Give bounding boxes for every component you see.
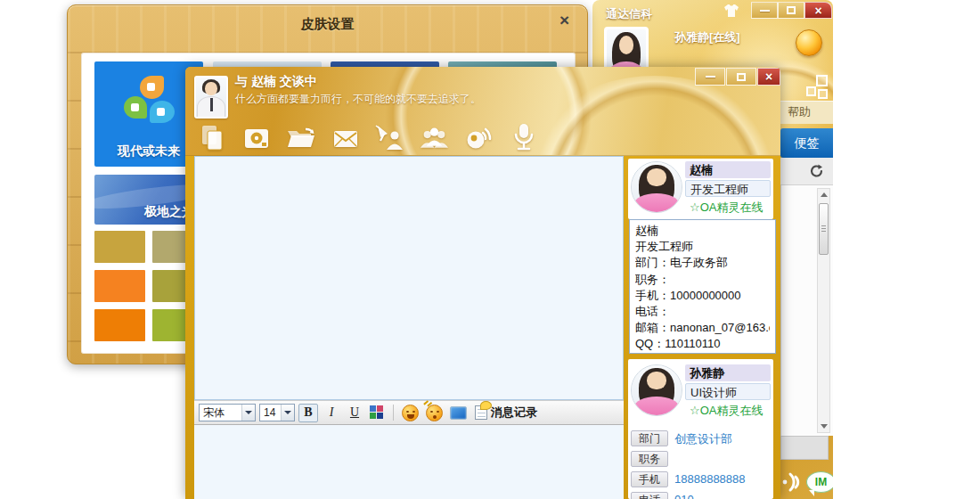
scroll-up-arrow[interactable] [818, 189, 829, 200]
desktop: 通达信科 × ✓ 孙雅静[在线] 帮助 便签 [0, 0, 980, 499]
italic-button[interactable]: I [322, 404, 341, 422]
scroll-down-arrow[interactable] [818, 421, 829, 432]
voice-call-icon[interactable] [508, 119, 539, 152]
skin-logo-icon [122, 76, 176, 127]
maximize-button[interactable] [778, 2, 804, 19]
format-toolbar: 宋体 14 B I U 消息记录 [194, 400, 624, 425]
field-label: 电话 [631, 492, 668, 499]
peer-contact-card: 赵楠 开发工程师 ☆OA精灵在线 [628, 159, 773, 219]
minimize-button[interactable] [751, 2, 778, 19]
avatar-figure [632, 365, 682, 415]
storage-icon[interactable] [241, 119, 272, 152]
field-row: 手机 18888888888 [628, 471, 773, 489]
self-avatar[interactable] [631, 364, 682, 416]
chat-toolbar [196, 119, 539, 152]
folder-icon[interactable] [285, 119, 316, 152]
avatar-figure [196, 78, 226, 117]
chevron-down-icon [241, 405, 255, 421]
gold-ball-icon[interactable] [796, 29, 822, 56]
divider [393, 405, 394, 421]
history-doc-icon [475, 405, 487, 420]
org-chart-icon[interactable] [806, 75, 830, 103]
copy-icon[interactable] [196, 119, 227, 152]
minimize-button[interactable] [695, 68, 725, 86]
tab-help[interactable]: 帮助 [772, 101, 833, 124]
chat-window: 与 赵楠 交谈中 什么方面都要量力而行，不可能的就不要去追求了。 × [185, 67, 780, 499]
panel-footer-box [780, 436, 829, 460]
self-contact-card: 孙雅静 UI设计师 ☆OA精灵在线 部门 创意设计部 职务 手机 1888888… [628, 359, 773, 499]
notes-panel [780, 185, 833, 436]
font-family-select[interactable]: 宋体 [199, 404, 256, 421]
avatar-figure [632, 162, 682, 212]
main-window-title: 通达信科 [606, 6, 652, 22]
star-icon: ☆ [690, 404, 700, 417]
scrollbar[interactable] [817, 188, 830, 433]
message-history-area[interactable] [194, 156, 624, 400]
field-label: 职务 [631, 451, 668, 467]
field-value: 创意设计部 [674, 431, 732, 447]
chevron-down-icon [281, 405, 294, 421]
peer-avatar[interactable] [631, 161, 682, 213]
peer-info-tooltip: 赵楠 开发工程师 部门：电子政务部 职务： 手机：10000000000 电话：… [629, 219, 776, 354]
scroll-thumb[interactable] [819, 203, 829, 255]
emoji-icon[interactable] [402, 405, 419, 421]
field-row: 职务 [628, 451, 773, 469]
field-label: 部门 [631, 430, 668, 446]
self-name: 孙雅静 [685, 364, 771, 381]
font-color-icon[interactable] [370, 405, 385, 421]
peer-name: 赵楠 [685, 161, 771, 178]
color-swatch[interactable] [94, 309, 145, 341]
peer-avatar-small[interactable] [194, 76, 228, 119]
close-icon[interactable]: × [559, 11, 569, 30]
font-size-select[interactable]: 14 [259, 404, 295, 421]
underline-button[interactable]: U [345, 404, 364, 422]
skin-window-title: 皮肤设置 [68, 16, 587, 33]
mail-icon[interactable] [330, 119, 361, 152]
self-status: ☆OA精灵在线 [685, 402, 771, 419]
close-button[interactable]: × [757, 68, 780, 86]
close-button[interactable]: × [804, 2, 832, 19]
bold-button[interactable]: B [298, 404, 318, 422]
field-row: 电话 010 [628, 492, 773, 499]
broadcast-icon[interactable] [780, 468, 807, 499]
star-icon: ☆ [690, 200, 700, 214]
message-input-area[interactable] [194, 425, 624, 499]
video-call-icon[interactable] [463, 119, 494, 152]
color-swatch[interactable] [94, 270, 145, 302]
user-status-text: 孙雅静[在线] [674, 29, 740, 45]
panel-header-bar [780, 158, 833, 185]
peer-title: 开发工程师 [685, 180, 771, 197]
skin-shirt-icon[interactable] [723, 4, 740, 21]
screenshot-icon[interactable] [450, 406, 467, 420]
maximize-button[interactable] [726, 68, 756, 86]
refresh-icon[interactable] [809, 163, 825, 183]
self-title: UI设计师 [685, 383, 771, 400]
im-status-icon[interactable]: IM [806, 471, 833, 493]
field-label: 手机 [631, 471, 668, 487]
chat-titlebar: 与 赵楠 交谈中 什么方面都要量力而行，不可能的就不要去追求了。 × [185, 67, 780, 156]
chat-title: 与 赵楠 交谈中 [235, 74, 317, 90]
peer-status: ☆OA精灵在线 [685, 199, 771, 216]
remote-assist-icon[interactable] [374, 119, 405, 152]
message-history-button[interactable]: 消息记录 [475, 405, 537, 421]
color-swatch[interactable] [94, 231, 145, 263]
tab-note[interactable]: 便签 [780, 128, 833, 158]
peer-signature: 什么方面都要量力而行，不可能的就不要去追求了。 [235, 92, 481, 107]
group-icon[interactable] [419, 119, 450, 152]
emoji-throw-icon[interactable] [426, 405, 443, 421]
field-value: 18888888888 [674, 472, 746, 486]
field-value: 010 [674, 493, 694, 499]
field-row: 部门 创意设计部 [628, 430, 773, 448]
